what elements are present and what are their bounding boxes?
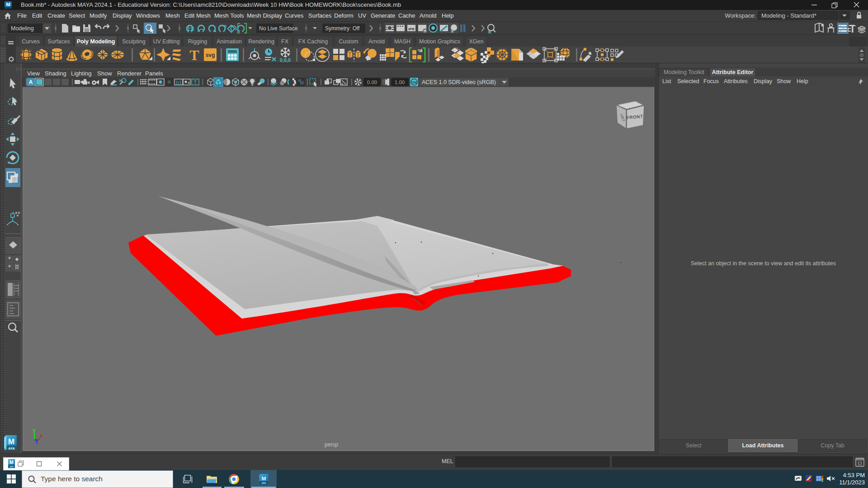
svg-text:A: A <box>29 79 33 85</box>
svg-text:AYA: AYA <box>262 482 266 484</box>
svg-text:M: M <box>262 475 266 481</box>
svg-text:y: y <box>33 427 36 433</box>
svg-text:T: T <box>189 47 199 63</box>
svg-text:0.00: 0.00 <box>367 80 377 85</box>
svg-text:M: M <box>8 437 14 446</box>
svg-text:ACES 1.0 SDR-video (sRGB): ACES 1.0 SDR-video (sRGB) <box>422 79 496 85</box>
svg-text:No Live Surface: No Live Surface <box>259 25 298 32</box>
svg-text:M: M <box>9 460 13 465</box>
svg-text:IPR: IPR <box>408 27 415 31</box>
svg-text:x: x <box>40 433 43 439</box>
svg-text:svg: svg <box>206 52 215 58</box>
svg-text:Symmetry: Off: Symmetry: Off <box>325 25 360 32</box>
svg-text:AYA: AYA <box>8 446 15 450</box>
svg-text:0,0,0: 0,0,0 <box>280 57 291 63</box>
svg-text:z: z <box>36 439 38 444</box>
svg-text:T: T <box>194 80 197 85</box>
svg-text:{;}: {;} <box>858 461 862 465</box>
svg-text:Modeling: Modeling <box>11 25 34 32</box>
svg-text:AYA: AYA <box>9 466 14 468</box>
svg-text:ON: ON <box>411 80 416 84</box>
svg-text:M: M <box>6 2 10 7</box>
svg-text:1.00: 1.00 <box>395 80 405 85</box>
